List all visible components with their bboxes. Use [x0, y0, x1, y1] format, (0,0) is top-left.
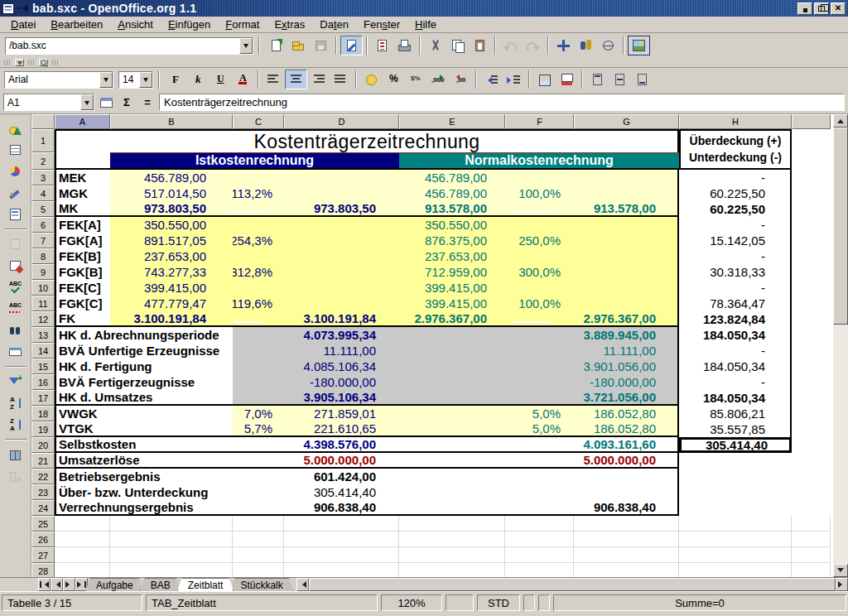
sum-field[interactable]: Summe=0 [553, 594, 846, 611]
empty-cell[interactable] [792, 563, 831, 577]
cell-D14[interactable]: 11.111,00 [284, 343, 399, 359]
cell-C8[interactable] [233, 248, 284, 264]
styles-button[interactable] [575, 36, 597, 55]
cell-D19[interactable]: 221.610,65 [284, 421, 399, 437]
cell-G10[interactable] [574, 280, 679, 296]
menu-extras[interactable]: Extras [267, 17, 312, 31]
cell-C12[interactable] [233, 311, 284, 327]
cell-D18[interactable]: 271.859,01 [284, 406, 399, 421]
cell-G14[interactable]: 11.111,00 [574, 343, 679, 359]
cell-G21[interactable]: 5.000.000,00 [574, 453, 679, 469]
empty-cell[interactable] [679, 563, 792, 577]
font-color-button[interactable] [232, 70, 254, 89]
cell-C24[interactable] [233, 500, 284, 516]
cell-D20[interactable]: 4.398.576,00 [284, 437, 399, 453]
copy-button[interactable] [446, 36, 469, 55]
title-bar[interactable]: bab.sxc - OpenOffice.org 1.1 ✕ [0, 0, 848, 17]
cell-F5[interactable] [505, 201, 574, 217]
row-header-25[interactable]: 25 [31, 516, 55, 532]
url-field[interactable]: /bab.sxc [6, 40, 239, 51]
scroll-up-button[interactable] [833, 114, 848, 128]
cell-E20[interactable] [399, 437, 505, 453]
minimize-button[interactable] [797, 2, 812, 15]
cell-G17[interactable]: 3.721.056,00 [574, 390, 679, 406]
add-decimal-place-button[interactable] [427, 70, 450, 89]
font-size-combo[interactable]: 14 [118, 71, 153, 89]
cell-D11[interactable] [284, 296, 399, 311]
cell-D5[interactable]: 973.803,50 [284, 201, 399, 217]
scroll-right-button[interactable] [836, 578, 848, 591]
tab-stückkalk[interactable]: Stückkalk [229, 578, 293, 591]
cell-D3[interactable] [284, 170, 399, 185]
cell-E6[interactable]: 350.550,00 [399, 217, 505, 233]
cell-H6[interactable]: - [679, 217, 792, 233]
cell-F13[interactable] [505, 327, 574, 343]
empty-cell[interactable] [110, 532, 233, 547]
col-header-C[interactable]: C [233, 114, 284, 129]
empty-cell[interactable] [792, 516, 831, 532]
cell-F20[interactable] [505, 437, 574, 453]
menu-format[interactable]: Format [218, 17, 267, 31]
cell-A4[interactable]: MGK [55, 185, 110, 201]
cell-F11[interactable]: 100,0% [505, 296, 574, 311]
window-icon[interactable] [2, 3, 14, 14]
empty-cell[interactable] [399, 516, 505, 532]
cell-H18[interactable]: 85.806,21 [679, 406, 792, 421]
row-header-4[interactable]: 4 [31, 185, 55, 201]
cell-E7[interactable]: 876.375,00 [399, 233, 505, 248]
insert-mode-field[interactable] [446, 594, 474, 611]
cell-C16[interactable] [233, 374, 284, 390]
ist-header-cell[interactable]: Istkostenrechnung [110, 152, 399, 170]
cell-reference-combo[interactable]: A1 [3, 94, 94, 111]
row-header-14[interactable]: 14 [31, 343, 55, 359]
col-header-F[interactable]: F [505, 114, 574, 129]
cell-B6[interactable]: 350.550,00 [110, 217, 233, 233]
cell-B5[interactable]: 973.803,50 [110, 201, 233, 217]
gallery-button[interactable] [628, 36, 650, 55]
menu-ansicht[interactable]: Ansicht [110, 17, 161, 31]
cell-reference-dropdown[interactable] [80, 94, 94, 110]
row-header-3[interactable]: 3 [31, 170, 55, 185]
cell-C19[interactable]: 5,7% [233, 421, 284, 437]
horizontal-scrollbar[interactable] [296, 578, 848, 591]
vertical-scroll-thumb[interactable] [833, 128, 848, 325]
cell-H10[interactable]: - [679, 280, 792, 296]
cell-B7[interactable]: 891.517,05 [110, 233, 233, 248]
scroll-left-button[interactable] [296, 578, 309, 591]
undo-button[interactable] [499, 36, 522, 55]
toolbar-grip[interactable] [52, 60, 59, 65]
cell-B9[interactable]: 743.277,33 [110, 264, 233, 280]
row-header-28[interactable]: 28 [31, 563, 55, 577]
edit-file-button[interactable] [340, 36, 363, 55]
empty-cell[interactable] [574, 532, 679, 547]
cell-A14[interactable]: BVÄ Unfertige Erzeugnisse [55, 343, 233, 359]
cell-A24[interactable]: Verrechnungsergebnis [55, 500, 233, 516]
cell-B10[interactable]: 399.415,00 [110, 280, 233, 296]
number-format-standard-button[interactable] [405, 70, 427, 89]
cell-title[interactable]: Kostenträgerzeitrechnung [55, 129, 679, 152]
empty-cell[interactable] [110, 516, 233, 532]
function-button[interactable]: = [138, 94, 157, 111]
cell-D12[interactable]: 3.100.191,84 [284, 311, 399, 327]
cell-B12[interactable]: 3.100.191,84 [110, 311, 233, 327]
font-name-field[interactable]: Arial [5, 74, 99, 85]
tab-aufgabe[interactable]: Aufgabe [85, 578, 144, 591]
cell-A6[interactable]: FEK[A] [55, 217, 110, 233]
group-button[interactable] [3, 445, 28, 464]
insert-object-button[interactable] [3, 161, 28, 181]
empty-cell[interactable] [233, 516, 284, 532]
redo-button[interactable] [522, 36, 544, 55]
cell-G7[interactable] [574, 233, 679, 248]
cell-C20[interactable] [233, 437, 284, 453]
align-center-vertical-button[interactable] [609, 70, 631, 89]
row-header-18[interactable]: 18 [31, 406, 55, 421]
cell-H20[interactable]: 305.414,40 [679, 437, 792, 453]
align-center-button[interactable] [285, 70, 307, 89]
cell-H3[interactable]: - [679, 170, 792, 185]
cell-E8[interactable]: 237.653,00 [399, 248, 505, 264]
row-header-27[interactable]: 27 [31, 547, 55, 563]
empty-cell[interactable] [110, 547, 233, 563]
menu-datei[interactable]: Datei [3, 17, 43, 31]
menu-bearbeiten[interactable]: Bearbeiten [43, 17, 110, 31]
cell-E15[interactable] [399, 359, 505, 374]
